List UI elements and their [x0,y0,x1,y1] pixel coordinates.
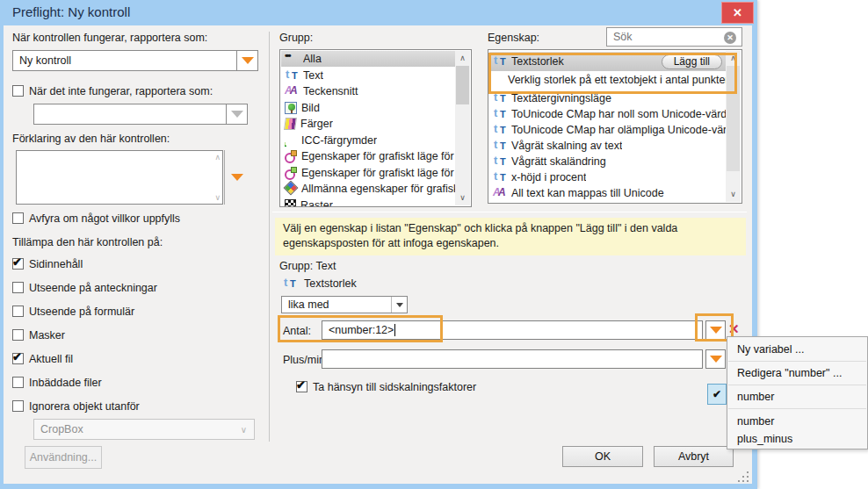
checkbox-label: Inbäddade filer [29,377,102,389]
grupp-scrollbar[interactable]: ∧ ∨ [455,51,470,205]
remove-icon[interactable]: ✕ [728,321,740,337]
report-fail-checkbox[interactable] [12,85,24,97]
list-item-icc[interactable]: ICC-färgrymder [281,133,455,148]
list-item-label: Alla [303,53,322,65]
report-fail-checkbox-row[interactable]: När det inte fungerar, rapportera som: [12,85,213,97]
list-item-clipped[interactable] [489,201,726,204]
list-item-label: Vågrätt skaländring [511,155,606,168]
plusminus-input[interactable] [322,349,703,369]
checkbox-label: Utseende på formulär [29,306,134,318]
list-item-label: Text [303,69,323,82]
menu-item-edit-number[interactable]: Redigera "number" ... [728,362,866,385]
plusminus-variable-dropdown-button[interactable] [705,349,726,369]
titlebar[interactable]: Preflight: Ny kontroll [0,0,757,25]
menu-separator [728,408,866,409]
checkbox[interactable] [12,282,24,293]
egenskap-scrollbar[interactable]: ∧ ∨ [726,51,741,202]
scroll-down-icon[interactable]: ∨ [214,193,221,202]
checkbox[interactable] [12,329,24,341]
menu-item-number[interactable]: number [728,411,866,431]
checkbox-row-masker[interactable]: Masker [12,329,65,342]
list-item-bild[interactable]: Bild [281,100,455,116]
checkbox-row-formular[interactable]: Utseende på formulär [12,306,134,318]
add-button[interactable]: Lägg till [662,54,722,69]
list-item-alla[interactable]: Alla [281,51,455,67]
menu-item-new-variable[interactable]: Ny variabel ... [728,337,866,361]
antal-input[interactable]: <number:12> [322,320,703,340]
list-item-gstate-fill[interactable]: Egenskaper för grafiskt läge för f [281,148,455,164]
list-item[interactable]: ToUnicode CMap har noll som Unicode-värd… [489,106,726,122]
scroll-down-icon[interactable]: ∨ [726,187,741,202]
icc-icon [285,134,297,147]
ok-button[interactable]: OK [562,446,643,467]
menu-item-plus-minus[interactable]: plus_minus [728,429,866,449]
checkbox-row-anteckningar[interactable]: Utseende på anteckningar [12,282,157,294]
cropbox-value: CropBox [34,423,241,435]
grupp-listbox[interactable]: Alla Text Teckensnitt Bild Färger ICC-fä… [279,49,472,207]
dropdown-arrow-disabled-icon [226,104,247,124]
list-item-textstorlek-selected[interactable]: Textstorlek Lägg till [489,52,726,71]
list-item[interactable]: All text kan mappas till Unicode [489,185,726,201]
list-item-description: Verklig storlek på ett textobjekt i anta… [489,71,726,89]
resize-grip[interactable] [738,471,749,482]
list-item-gstate-line[interactable]: Egenskaper för grafiskt läge för l [281,165,455,181]
scroll-down-icon[interactable]: ∨ [455,191,470,205]
checkbox-checked[interactable] [12,353,24,364]
scroll-up-icon[interactable]: ∧ [726,51,741,66]
divider [269,32,270,442]
list-item-teckensnitt[interactable]: Teckensnitt [281,83,455,99]
fire-any-checkbox[interactable] [12,212,24,224]
clear-search-icon[interactable]: ✕ [724,32,736,44]
checkbox-row-sidinnehall[interactable]: Sidinnehåll [12,258,83,270]
checkbox[interactable] [12,306,24,317]
font-icon [493,187,507,199]
checkbox-label: Masker [29,329,65,342]
list-item-gstate-general[interactable]: Allmänna egenskaper för grafisk [281,181,455,197]
checkbox-label: Utseende på anteckningar [29,282,157,294]
scroll-up-icon[interactable]: ∧ [455,51,470,66]
close-button[interactable]: ✕ [721,2,754,24]
list-item-label: x-höjd i procent [511,171,586,183]
fire-any-checkbox-row[interactable]: Avfyra om något villkor uppfylls [12,212,180,225]
search-input[interactable] [606,27,742,47]
explanation-textarea[interactable]: ∧ ∨ [16,150,223,205]
checkbox-row-inbaddade[interactable]: Inbäddade filer [12,377,102,389]
list-item-label: Textåtergivningsläge [511,92,611,104]
usage-button: Användning... [25,446,102,469]
antal-label: Antal: [283,325,311,337]
dropdown-arrow-icon[interactable] [236,51,257,70]
list-item[interactable]: x-höjd i procent [489,169,726,185]
checkbox-row-ignorera[interactable]: Ignorera objekt utanför [12,400,140,413]
checkbox-row-aktuell-fil[interactable]: Aktuell fil [12,353,73,365]
scroll-up-icon[interactable]: ∧ [214,153,221,162]
checkbox-checked[interactable] [296,381,307,392]
list-item-text[interactable]: Text [281,68,455,83]
list-item-raster[interactable]: Raster [281,198,455,208]
checkbox[interactable] [12,377,24,388]
text-caret [394,324,395,336]
explanation-dropdown-button[interactable] [224,150,249,205]
egenskap-listbox[interactable]: Textstorlek Lägg till Verklig storlek på… [488,49,742,204]
scrollbar-thumb[interactable] [456,66,469,104]
antal-variable-dropdown-button[interactable] [705,320,726,340]
checkbox-label: Aktuell fil [29,353,73,365]
screenshot: Preflight: Ny kontroll ✕ När kontrollen … [0,0,868,489]
scrollbar-thumb[interactable] [727,66,740,171]
list-item-farger[interactable]: Färger [281,116,455,132]
dropdown-arrow-icon[interactable] [391,297,407,313]
text-icon [493,92,507,104]
list-item[interactable]: Vågrät skalning av text [489,138,726,154]
checkbox[interactable] [12,400,24,412]
operator-combobox[interactable]: lika med [281,296,408,313]
report-ok-combobox[interactable]: Ny kontroll [12,50,258,71]
cancel-button[interactable]: Avbryt [654,446,734,467]
list-item[interactable]: Textåtergivningsläge [489,90,726,106]
list-item[interactable]: Vågrätt skaländring [489,154,726,169]
scale-checkbox-row[interactable]: Ta hänsyn till sidskalningsfaktorer [296,381,476,393]
list-item[interactable]: ToUnicode CMap har olämpliga Unicode-vär… [489,122,726,138]
list-item-label: Egenskaper för grafiskt läge för f [301,150,455,162]
menu-item-number-checked[interactable]: number [728,385,866,408]
checkbox-checked[interactable] [12,258,24,270]
report-ok-label: När kontrollen fungerar, rapportera som: [12,32,207,44]
graphic-state-icon [285,150,297,162]
